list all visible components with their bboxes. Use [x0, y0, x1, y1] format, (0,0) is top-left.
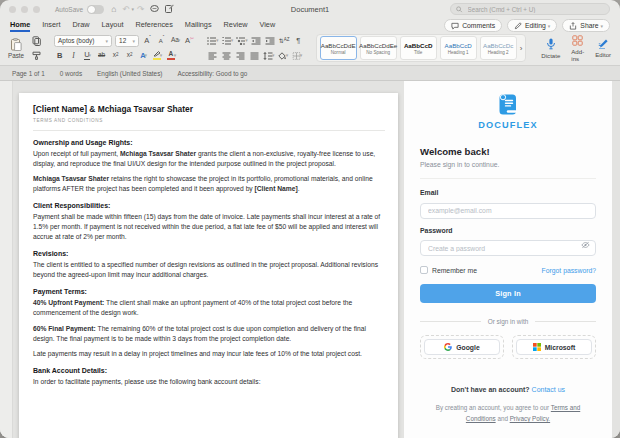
word-window: AutoSave ⌂ ↶▾ ↷ Document1 HomeInsertDraw… [0, 0, 620, 438]
forgot-password-link[interactable]: Forgot password? [542, 267, 596, 274]
email-field[interactable] [420, 203, 596, 219]
editor-label: Editor [595, 51, 611, 58]
multilevel-list-icon[interactable]: ▾ [236, 35, 248, 46]
copy-icon[interactable] [31, 35, 42, 46]
numbered-list-icon[interactable]: ▾ [222, 35, 234, 46]
search-box[interactable] [450, 3, 610, 15]
bullet-list-icon[interactable]: ▾ [207, 35, 219, 46]
clear-formatting-icon[interactable]: A✂ [184, 35, 195, 46]
tab-home[interactable]: Home [10, 20, 30, 32]
show-password-icon[interactable] [581, 241, 590, 249]
agree-prefix: By creating an account, you agree to our [436, 404, 549, 411]
line-spacing-icon[interactable]: ▾ [263, 50, 275, 61]
agreement-text: By creating an account, you agree to our… [420, 402, 596, 428]
docuflex-panel: DOCUFLEX Welcome back! Please sign in to… [404, 81, 612, 438]
format-painter-icon[interactable] [31, 50, 42, 61]
new-document-icon[interactable] [165, 4, 174, 15]
search-icon [456, 6, 463, 13]
paste-button[interactable]: Paste [6, 34, 26, 62]
remember-me-checkbox[interactable] [420, 266, 428, 274]
share-button[interactable]: Share ▾ [562, 19, 610, 32]
editing-button[interactable]: Editing ▾ [507, 19, 557, 32]
style-heading-1[interactable]: AaBbCcDHeading 1 [440, 36, 477, 60]
privacy-link[interactable]: Privacy Policy. [510, 415, 550, 422]
show-formatting-icon[interactable]: ¶ [293, 35, 304, 46]
tab-insert[interactable]: Insert [42, 20, 60, 32]
dictate-button[interactable]: Dictate [538, 34, 563, 62]
shrink-font-icon[interactable]: Aˆ [156, 35, 167, 46]
comments-button[interactable]: Comments [444, 19, 502, 32]
ribbon-tabs: HomeInsertDrawLayoutReferencesMailingsRe… [10, 20, 275, 32]
undo-caret-icon[interactable]: ▾ [131, 6, 134, 12]
close-window-button[interactable] [9, 6, 16, 13]
share-label: Share [580, 22, 598, 29]
section-heading: Payment Terms: [33, 288, 385, 295]
print-icon[interactable] [150, 4, 159, 15]
highlight-color-button[interactable]: ▾ [152, 50, 163, 61]
sign-in-button[interactable]: Sign In [420, 284, 596, 303]
paste-label: Paste [8, 52, 24, 59]
change-case-icon[interactable]: Aa▾ [170, 35, 181, 46]
addins-button[interactable]: Add-ins [568, 34, 587, 62]
sort-icon[interactable]: ⇅AZ [279, 35, 290, 46]
microsoft-icon [533, 343, 541, 351]
tab-view[interactable]: View [260, 20, 276, 32]
subscript-button[interactable]: x2 [110, 50, 121, 61]
styles-more-icon[interactable]: › [520, 44, 523, 53]
font-name-dropdown[interactable]: Aptos (body)▾ [54, 35, 112, 47]
borders-icon[interactable]: ▾ [292, 50, 303, 61]
addins-icon [572, 35, 583, 46]
text-effects-icon[interactable]: A▾ [138, 50, 149, 61]
align-right-icon[interactable] [235, 50, 246, 61]
italic-button[interactable]: I [68, 50, 79, 61]
status-bar: Page 1 of 1 0 words English (United Stat… [0, 65, 620, 81]
minimize-window-button[interactable] [21, 6, 28, 13]
redo-icon[interactable]: ↷ [137, 5, 144, 14]
home-icon[interactable]: ⌂ [111, 5, 116, 14]
autosave-toggle[interactable] [87, 5, 104, 14]
language-status[interactable]: English (United States) [97, 70, 162, 77]
tab-draw[interactable]: Draw [73, 20, 90, 32]
brand-name: DOCUFLEX [478, 120, 537, 130]
zoom-window-button[interactable] [33, 6, 40, 13]
password-label: Password [420, 227, 596, 234]
tab-layout[interactable]: Layout [102, 20, 124, 32]
document-page[interactable]: [Client Name] & Mchiaga Tsavsar Shater T… [19, 93, 398, 438]
undo-icon[interactable]: ↶ [122, 5, 129, 14]
password-field[interactable] [420, 240, 596, 256]
bold-button[interactable]: B [54, 50, 65, 61]
section-heading: Bank Account Details: [33, 367, 385, 374]
section-heading: Ownership and Usage Rights: [33, 139, 385, 146]
search-input[interactable] [466, 5, 604, 14]
ribbon: Paste Aptos (body)▾ 12▾ Aˆ Aˆ Aa▾ [0, 32, 620, 65]
word-count[interactable]: 0 words [60, 70, 82, 77]
accessibility-status[interactable]: Accessibility: Good to go [177, 70, 247, 77]
strikethrough-button[interactable]: ab [96, 50, 107, 61]
increase-indent-icon[interactable] [265, 35, 276, 46]
align-left-icon[interactable] [207, 50, 218, 61]
underline-button[interactable]: U▾ [82, 50, 93, 61]
tab-review[interactable]: Review [224, 20, 248, 32]
style-normal[interactable]: AaBbCcDdENormal [320, 36, 357, 60]
justify-icon[interactable] [249, 50, 260, 61]
no-account-row: Don't have an account? Contact us [420, 386, 596, 393]
font-size-dropdown[interactable]: 12▾ [115, 35, 139, 47]
contact-us-link[interactable]: Contact us [532, 386, 565, 393]
style-no-spacing[interactable]: AaBbCcDdEeNo Spacing [360, 36, 397, 60]
grow-font-icon[interactable]: Aˆ [142, 35, 153, 46]
tab-references[interactable]: References [135, 20, 172, 32]
font-color-button[interactable]: A▾ [166, 50, 177, 61]
contract-subtitle: TERMS AND CONDITIONS [33, 118, 385, 123]
microsoft-sign-in-button[interactable]: Microsoft [516, 339, 592, 355]
editor-button[interactable]: Editor [592, 34, 614, 62]
tab-mailings[interactable]: Mailings [185, 20, 212, 32]
superscript-button[interactable]: x2 [124, 50, 135, 61]
page-count[interactable]: Page 1 of 1 [12, 70, 45, 77]
google-sign-in-button[interactable]: Google [424, 339, 500, 355]
align-center-icon[interactable] [221, 50, 232, 61]
shading-icon[interactable]: ▾ [278, 50, 289, 61]
style-title[interactable]: AaBbCcDTitle [400, 36, 437, 60]
content-area: [Client Name] & Mchiaga Tsavsar Shater T… [0, 81, 620, 438]
decrease-indent-icon[interactable] [251, 35, 262, 46]
style-heading-2[interactable]: AaBbCcDcHeading 2 [480, 36, 517, 60]
